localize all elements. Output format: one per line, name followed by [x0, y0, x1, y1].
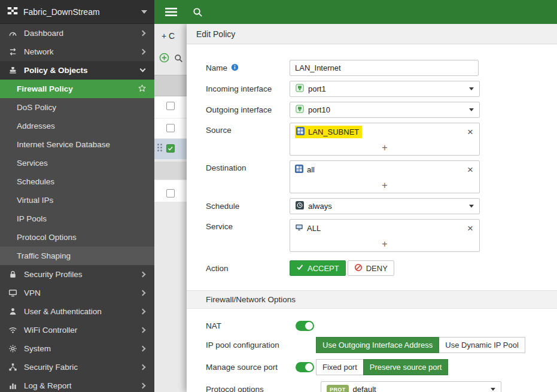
nat-label: NAT — [206, 321, 290, 330]
star-icon[interactable] — [138, 84, 147, 95]
sidebar-item-virtual-ips[interactable]: Virtual IPs — [0, 191, 154, 209]
sidebar-item-addresses[interactable]: Addresses — [0, 117, 154, 135]
service-entry[interactable]: ALL × — [290, 220, 479, 236]
sidebar-item-dashboard[interactable]: Dashboard — [0, 24, 154, 42]
fabric-icon — [8, 363, 18, 372]
chevron-right-icon — [140, 49, 146, 55]
sidebar-item-dos-policy[interactable]: DoS Policy — [0, 98, 154, 117]
deny-icon — [354, 263, 363, 274]
remove-icon[interactable]: × — [466, 223, 474, 233]
sidebar-item-schedules[interactable]: Schedules — [0, 172, 154, 191]
nat-toggle[interactable] — [296, 321, 314, 331]
destination-add-button[interactable]: + — [290, 178, 479, 193]
sidebar-item-policy-objects[interactable]: Policy & Objects — [0, 61, 154, 80]
row-checkbox[interactable] — [166, 102, 175, 110]
sidebar-item-ip-pools[interactable]: IP Pools — [0, 209, 154, 228]
add-filter-icon[interactable] — [159, 53, 169, 65]
protocol-options-label: Protocol options — [206, 385, 290, 392]
service-icon — [295, 223, 303, 233]
chevron-right-icon — [140, 290, 146, 296]
sidebar-item-traffic-shaping[interactable]: Traffic Shaping — [0, 247, 154, 265]
sidebar-item-internet-service-database[interactable]: Internet Service Database — [0, 135, 154, 154]
incoming-interface-select[interactable]: port1 — [290, 81, 480, 97]
schedule-select[interactable]: always — [290, 198, 480, 214]
outgoing-interface-select[interactable]: port10 — [290, 102, 480, 118]
sidebar-item-services[interactable]: Services — [0, 154, 154, 172]
sidebar-item-system[interactable]: System — [0, 339, 154, 358]
protocol-badge: PROT — [327, 385, 349, 392]
sidebar-item-vpn[interactable]: VPN — [0, 284, 154, 302]
chevron-right-icon — [140, 327, 146, 333]
sidebar-item-user-authentication[interactable]: User & Authentication — [0, 302, 154, 321]
preserve-source-port-button[interactable]: Preserve source port — [363, 359, 449, 375]
source-entry[interactable]: LAN_SUBNET × — [290, 123, 479, 140]
use-outgoing-interface-address-button[interactable]: Use Outgoing Interface Address — [316, 337, 439, 353]
service-add-button[interactable]: + — [290, 236, 479, 251]
name-input[interactable] — [290, 60, 479, 76]
sidebar-item-firewall-policy[interactable]: Firewall Policy — [0, 80, 154, 98]
panel-title: Edit Policy — [187, 24, 557, 44]
fortinet-logo-icon — [7, 5, 18, 18]
sidebar-item-log-report[interactable]: Log & Report — [0, 376, 154, 392]
row-checkbox-checked[interactable] — [166, 144, 175, 153]
dashboard-icon — [8, 29, 18, 38]
sidebar-nav: Dashboard Network Policy & Objects Firew… — [0, 24, 154, 392]
remove-icon[interactable]: × — [466, 165, 474, 175]
edit-policy-panel: Edit Policy Name Incoming interface — [187, 24, 557, 392]
source-box: LAN_SUBNET × + — [290, 123, 480, 156]
row-checkbox[interactable] — [166, 124, 175, 132]
wifi-icon — [8, 326, 18, 335]
sidebar-item-wifi-controller[interactable]: WiFi Controller — [0, 321, 154, 339]
chevron-down-icon — [141, 10, 147, 14]
source-port-segmented: Fixed port Preserve source port — [316, 359, 543, 375]
gear-icon — [8, 344, 18, 353]
remove-icon[interactable]: × — [466, 127, 474, 137]
deny-button[interactable]: DENY — [348, 260, 394, 276]
interface-icon — [296, 84, 304, 94]
check-icon — [296, 263, 304, 273]
protocol-options-select[interactable]: PROT default — [321, 381, 501, 392]
drag-handle[interactable] — [157, 144, 162, 151]
use-dynamic-ip-pool-button[interactable]: Use Dynamic IP Pool — [439, 337, 525, 353]
chevron-right-icon — [140, 346, 146, 352]
name-label: Name — [206, 63, 290, 73]
manage-source-port-toggle[interactable] — [296, 362, 314, 372]
destination-label: Destination — [206, 160, 290, 172]
user-icon — [8, 307, 18, 316]
search-icon[interactable] — [193, 7, 203, 17]
destination-box: all × + — [290, 160, 480, 193]
sidebar: Fabric_DownStream Dashboard Network Poli… — [0, 0, 154, 392]
dropdown-caret-icon — [469, 205, 474, 208]
fixed-port-button[interactable]: Fixed port — [316, 359, 364, 375]
monitor-icon — [8, 288, 18, 297]
schedule-label: Schedule — [206, 202, 290, 211]
sidebar-item-security-profiles[interactable]: Security Profiles — [0, 265, 154, 284]
source-label: Source — [206, 123, 290, 135]
chart-icon — [8, 381, 18, 390]
chevron-right-icon — [140, 383, 146, 389]
ip-pool-configuration-label: IP pool configuration — [206, 341, 290, 350]
info-icon[interactable] — [231, 63, 239, 73]
create-new-button[interactable]: + C — [162, 31, 175, 41]
manage-source-port-label: Manage source port — [206, 363, 290, 372]
sidebar-item-network[interactable]: Network — [0, 42, 154, 61]
chevron-down-icon — [140, 66, 146, 72]
table-search-icon[interactable] — [174, 54, 183, 65]
schedule-clock-icon — [296, 201, 304, 211]
app-root: Fabric_DownStream Dashboard Network Poli… — [0, 0, 557, 392]
dropdown-caret-icon — [469, 108, 474, 111]
panel-body: Name Incoming interface port1 — [187, 44, 557, 392]
source-add-button[interactable]: + — [290, 140, 479, 155]
device-selector[interactable]: Fabric_DownStream — [0, 0, 154, 24]
menu-hamburger-icon[interactable] — [165, 7, 177, 17]
outgoing-interface-label: Outgoing interface — [206, 105, 290, 114]
service-label: Service — [206, 219, 290, 231]
dropdown-caret-icon — [469, 87, 474, 90]
accept-button[interactable]: ACCEPT — [290, 260, 346, 276]
content-area: + C Edit Policy — [154, 24, 557, 392]
sidebar-item-security-fabric[interactable]: Security Fabric — [0, 358, 154, 376]
row-checkbox[interactable] — [166, 189, 175, 197]
sidebar-item-protocol-options[interactable]: Protocol Options — [0, 228, 154, 247]
service-box: ALL × + — [290, 219, 480, 252]
destination-entry[interactable]: all × — [290, 161, 479, 178]
